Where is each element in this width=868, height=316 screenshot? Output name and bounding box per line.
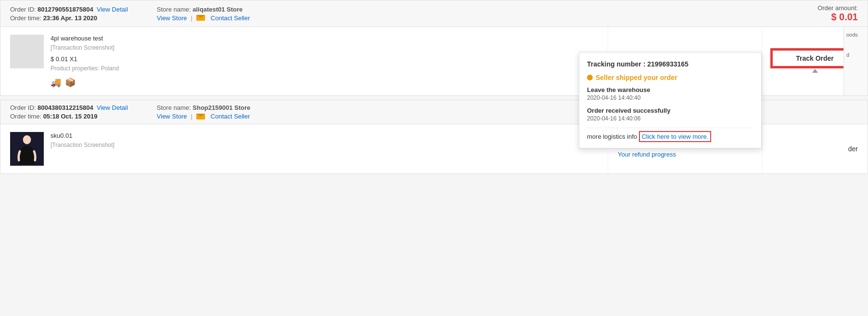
event-title-0: Leave the warehouse: [587, 86, 753, 93]
product-name-2: sku0.01: [51, 132, 115, 139]
view-store-link-2[interactable]: View Store: [157, 113, 187, 120]
event-time-1: 2020-04-16 14:40:06: [587, 115, 753, 122]
store-links-1: View Store | Contact Seller: [157, 14, 250, 22]
order-id-value-1: 8012790551875804: [38, 6, 93, 13]
svg-point-1: [23, 135, 31, 144]
email-icon-2: [196, 114, 205, 119]
tracking-divider: [587, 128, 753, 128]
product-screenshot-1: [Transaction Screenshot]: [51, 44, 119, 51]
product-price-1: $ 0.01 X1: [51, 55, 119, 63]
order-id-row-1: Order ID: 8012790551875804 View Detail: [10, 6, 128, 13]
product-info-2: sku0.01 [Transaction Screenshot]: [51, 132, 115, 148]
order-meta-2: Order ID: 8004380312215804 View Detail O…: [10, 104, 128, 120]
store-meta-1: Store name: aliqatest01 Store View Store…: [157, 6, 250, 22]
product-name-1: 4pl warehouse test: [51, 35, 119, 42]
email-icon-1: [196, 15, 205, 21]
store-links-2: View Store | Contact Seller: [157, 113, 250, 120]
view-detail-link-2[interactable]: View Detail: [97, 104, 128, 111]
order-time-value-2: 05:18 Oct. 15 2019: [43, 113, 98, 120]
more-logistics: more logistics info Click here to view m…: [587, 133, 753, 140]
order-body-1: 4pl warehouse test [Transaction Screensh…: [0, 27, 868, 95]
product-info-1: 4pl warehouse test [Transaction Screensh…: [51, 35, 119, 88]
order-block-1: Order ID: 8012790551875804 View Detail O…: [0, 0, 868, 96]
shipped-label: Seller shipped your order: [587, 74, 753, 81]
order-list: Order ID: 8012790551875804 View Detail O…: [0, 0, 868, 174]
store-name-value-1: aliqatest01 Store: [192, 6, 243, 13]
tracking-number-value: 21996933165: [647, 60, 689, 68]
store-name-value-2: Shop2159001 Store: [192, 104, 250, 111]
goods-overlay-1: oods d: [843, 27, 868, 95]
product-section-2: sku0.01 [Transaction Screenshot]: [0, 124, 608, 173]
product-image-2: [10, 132, 44, 166]
action-section-2: der: [762, 124, 868, 173]
click-here-box: Click here to view more.: [639, 131, 712, 142]
order-header-1: Order ID: 8012790551875804 View Detail O…: [0, 0, 868, 27]
event-title-1: Order received successfully: [587, 107, 753, 114]
refund-link[interactable]: Your refund progress: [618, 151, 752, 158]
view-detail-link-1[interactable]: View Detail: [97, 6, 128, 13]
contact-seller-link-1[interactable]: Contact Seller: [211, 14, 250, 22]
view-store-link-1[interactable]: View Store: [157, 14, 187, 22]
product-props-1: Product properties: Poland: [51, 65, 119, 72]
track-order-partial: der: [848, 145, 858, 153]
store-name-row-2: Store name: Shop2159001 Store: [157, 104, 250, 111]
chevron-up-icon: [812, 69, 818, 73]
shipped-dot-icon: [587, 75, 593, 80]
amount-meta-1: Order amount: $ 0.01: [817, 4, 858, 23]
order-time-row-1: Order time: 23:36 Apr. 13 2020: [10, 14, 128, 22]
order-amount-value-1: $ 0.01: [817, 12, 858, 23]
product-image-placeholder-1: [10, 35, 44, 68]
store-name-row-1: Store name: aliqatest01 Store: [157, 6, 250, 13]
return-icon: 📦: [65, 77, 76, 88]
store-meta-2: Store name: Shop2159001 Store View Store…: [157, 104, 250, 120]
order-time-value-1: 23:36 Apr. 13 2020: [43, 14, 97, 22]
truck-icon: 🚚: [51, 77, 61, 88]
goods-partial-top: oods: [846, 32, 865, 38]
order-time-row-2: Order time: 05:18 Oct. 15 2019: [10, 113, 128, 120]
goods-partial-bottom: d: [846, 52, 865, 58]
product-section-1: 4pl warehouse test [Transaction Screensh…: [0, 27, 608, 95]
order-id-value-2: 8004380312215804: [38, 104, 93, 111]
product-icons-1: 🚚 📦: [51, 77, 119, 88]
contact-seller-link-2[interactable]: Contact Seller: [211, 113, 250, 120]
product-props-value-1: Poland: [101, 65, 119, 72]
tracking-number-label: Tracking number : 21996933165: [587, 60, 753, 68]
tracking-dropdown-1: Tracking number : 21996933165 Seller shi…: [579, 52, 762, 148]
order-meta-1: Order ID: 8012790551875804 View Detail O…: [10, 6, 128, 22]
event-time-0: 2020-04-16 14:40:40: [587, 94, 753, 101]
product-screenshot-2: [Transaction Screenshot]: [51, 142, 115, 148]
tracking-event-1: Order received successfully 2020-04-16 1…: [587, 107, 753, 122]
order-id-row-2: Order ID: 8004380312215804 View Detail: [10, 104, 128, 111]
click-here-link[interactable]: Click here to view more.: [639, 131, 712, 142]
order-amount-label-1: Order amount:: [817, 4, 858, 12]
tracking-event-0: Leave the warehouse 2020-04-16 14:40:40: [587, 86, 753, 101]
